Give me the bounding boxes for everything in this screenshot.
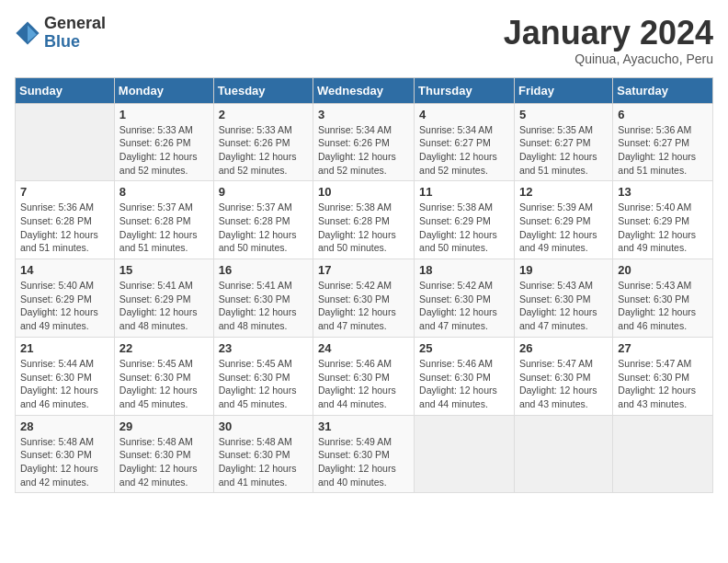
logo-blue: Blue (44, 33, 106, 52)
calendar-cell: 5Sunrise: 5:35 AM Sunset: 6:27 PM Daylig… (514, 103, 612, 181)
day-number: 10 (318, 185, 409, 199)
day-info: Sunrise: 5:44 AM Sunset: 6:30 PM Dayligh… (20, 357, 109, 411)
day-info: Sunrise: 5:34 AM Sunset: 6:26 PM Dayligh… (318, 123, 409, 178)
day-info: Sunrise: 5:36 AM Sunset: 6:27 PM Dayligh… (618, 123, 708, 178)
day-info: Sunrise: 5:49 AM Sunset: 6:30 PM Dayligh… (318, 435, 409, 489)
day-info: Sunrise: 5:38 AM Sunset: 6:28 PM Dayligh… (318, 201, 409, 255)
day-number: 25 (419, 341, 509, 355)
calendar-cell: 16Sunrise: 5:41 AM Sunset: 6:30 PM Dayli… (213, 259, 313, 338)
calendar-cell: 4Sunrise: 5:34 AM Sunset: 6:27 PM Daylig… (415, 103, 515, 181)
calendar-cell: 18Sunrise: 5:42 AM Sunset: 6:30 PM Dayli… (415, 259, 515, 338)
calendar-cell: 26Sunrise: 5:47 AM Sunset: 6:30 PM Dayli… (514, 337, 612, 415)
weekday-header: Friday (514, 77, 612, 103)
day-number: 21 (20, 341, 109, 355)
day-number: 1 (119, 108, 209, 121)
day-number: 18 (419, 263, 509, 277)
weekday-header: Tuesday (213, 77, 313, 103)
day-number: 15 (119, 263, 209, 277)
day-number: 16 (219, 263, 308, 277)
day-info: Sunrise: 5:43 AM Sunset: 6:30 PM Dayligh… (618, 279, 708, 333)
day-info: Sunrise: 5:40 AM Sunset: 6:29 PM Dayligh… (20, 279, 109, 333)
day-number: 27 (618, 341, 708, 355)
day-number: 19 (519, 263, 608, 277)
day-info: Sunrise: 5:48 AM Sunset: 6:30 PM Dayligh… (20, 435, 109, 489)
day-info: Sunrise: 5:39 AM Sunset: 6:29 PM Dayligh… (519, 201, 608, 255)
logo-text: General Blue (44, 15, 106, 52)
calendar-cell: 30Sunrise: 5:48 AM Sunset: 6:30 PM Dayli… (213, 415, 313, 493)
calendar-cell: 7Sunrise: 5:36 AM Sunset: 6:28 PM Daylig… (16, 181, 115, 259)
logo-general: General (44, 15, 106, 33)
day-info: Sunrise: 5:48 AM Sunset: 6:30 PM Dayligh… (219, 435, 308, 489)
calendar-cell (415, 415, 515, 493)
calendar-cell: 27Sunrise: 5:47 AM Sunset: 6:30 PM Dayli… (613, 337, 713, 415)
calendar-cell: 19Sunrise: 5:43 AM Sunset: 6:30 PM Dayli… (514, 259, 612, 338)
calendar-cell (16, 103, 115, 181)
day-number: 4 (419, 108, 509, 121)
day-number: 26 (519, 341, 608, 355)
calendar-cell: 28Sunrise: 5:48 AM Sunset: 6:30 PM Dayli… (16, 415, 115, 493)
calendar-week-row: 28Sunrise: 5:48 AM Sunset: 6:30 PM Dayli… (16, 415, 713, 493)
day-info: Sunrise: 5:41 AM Sunset: 6:30 PM Dayligh… (219, 279, 308, 333)
day-info: Sunrise: 5:38 AM Sunset: 6:29 PM Dayligh… (419, 201, 509, 255)
day-info: Sunrise: 5:33 AM Sunset: 6:26 PM Dayligh… (119, 123, 209, 178)
calendar-cell: 12Sunrise: 5:39 AM Sunset: 6:29 PM Dayli… (514, 181, 612, 259)
calendar-cell: 2Sunrise: 5:33 AM Sunset: 6:26 PM Daylig… (213, 103, 313, 181)
day-number: 8 (119, 185, 209, 199)
calendar-cell: 20Sunrise: 5:43 AM Sunset: 6:30 PM Dayli… (613, 259, 713, 338)
day-number: 9 (219, 185, 308, 199)
day-number: 31 (318, 419, 409, 433)
calendar-cell (613, 415, 713, 493)
calendar-cell: 1Sunrise: 5:33 AM Sunset: 6:26 PM Daylig… (114, 103, 213, 181)
day-info: Sunrise: 5:47 AM Sunset: 6:30 PM Dayligh… (618, 357, 708, 411)
day-number: 5 (519, 108, 608, 121)
logo-icon (15, 20, 40, 46)
calendar-cell: 15Sunrise: 5:41 AM Sunset: 6:29 PM Dayli… (114, 259, 213, 338)
day-number: 17 (318, 263, 409, 277)
weekday-header: Saturday (613, 77, 713, 103)
day-number: 12 (519, 185, 608, 199)
calendar-cell: 3Sunrise: 5:34 AM Sunset: 6:26 PM Daylig… (313, 103, 415, 181)
day-number: 29 (119, 419, 209, 433)
day-info: Sunrise: 5:42 AM Sunset: 6:30 PM Dayligh… (419, 279, 509, 333)
calendar-cell: 29Sunrise: 5:48 AM Sunset: 6:30 PM Dayli… (114, 415, 213, 493)
calendar-cell: 14Sunrise: 5:40 AM Sunset: 6:29 PM Dayli… (16, 259, 115, 338)
calendar-cell: 17Sunrise: 5:42 AM Sunset: 6:30 PM Dayli… (313, 259, 415, 338)
weekday-header: Wednesday (313, 77, 415, 103)
weekday-header: Thursday (415, 77, 515, 103)
day-number: 24 (318, 341, 409, 355)
calendar-cell: 22Sunrise: 5:45 AM Sunset: 6:30 PM Dayli… (114, 337, 213, 415)
calendar-cell: 11Sunrise: 5:38 AM Sunset: 6:29 PM Dayli… (415, 181, 515, 259)
day-info: Sunrise: 5:43 AM Sunset: 6:30 PM Dayligh… (519, 279, 608, 333)
day-number: 22 (119, 341, 209, 355)
day-info: Sunrise: 5:40 AM Sunset: 6:29 PM Dayligh… (618, 201, 708, 255)
day-number: 23 (219, 341, 308, 355)
day-info: Sunrise: 5:45 AM Sunset: 6:30 PM Dayligh… (119, 357, 209, 411)
calendar-week-row: 7Sunrise: 5:36 AM Sunset: 6:28 PM Daylig… (16, 181, 713, 259)
calendar-cell: 24Sunrise: 5:46 AM Sunset: 6:30 PM Dayli… (313, 337, 415, 415)
weekday-header: Sunday (16, 77, 115, 103)
calendar-cell: 13Sunrise: 5:40 AM Sunset: 6:29 PM Dayli… (613, 181, 713, 259)
weekday-header-row: SundayMondayTuesdayWednesdayThursdayFrid… (16, 77, 713, 103)
day-info: Sunrise: 5:37 AM Sunset: 6:28 PM Dayligh… (219, 201, 308, 255)
day-info: Sunrise: 5:45 AM Sunset: 6:30 PM Dayligh… (219, 357, 308, 411)
day-info: Sunrise: 5:36 AM Sunset: 6:28 PM Dayligh… (20, 201, 109, 255)
calendar-cell: 21Sunrise: 5:44 AM Sunset: 6:30 PM Dayli… (16, 337, 115, 415)
calendar-week-row: 14Sunrise: 5:40 AM Sunset: 6:29 PM Dayli… (16, 259, 713, 338)
day-number: 28 (20, 419, 109, 433)
day-number: 14 (20, 263, 109, 277)
calendar-cell: 8Sunrise: 5:37 AM Sunset: 6:28 PM Daylig… (114, 181, 213, 259)
weekday-header: Monday (114, 77, 213, 103)
calendar-cell (514, 415, 612, 493)
logo: General Blue (15, 15, 106, 52)
subtitle: Quinua, Ayacucho, Peru (504, 52, 713, 66)
calendar-week-row: 21Sunrise: 5:44 AM Sunset: 6:30 PM Dayli… (16, 337, 713, 415)
calendar-cell: 6Sunrise: 5:36 AM Sunset: 6:27 PM Daylig… (613, 103, 713, 181)
page-header: General Blue January 2024 Quinua, Ayacuc… (15, 15, 713, 66)
day-number: 2 (219, 108, 308, 121)
day-info: Sunrise: 5:42 AM Sunset: 6:30 PM Dayligh… (318, 279, 409, 333)
calendar-table: SundayMondayTuesdayWednesdayThursdayFrid… (15, 77, 713, 494)
day-info: Sunrise: 5:41 AM Sunset: 6:29 PM Dayligh… (119, 279, 209, 333)
day-number: 30 (219, 419, 308, 433)
day-info: Sunrise: 5:34 AM Sunset: 6:27 PM Dayligh… (419, 123, 509, 178)
calendar-cell: 31Sunrise: 5:49 AM Sunset: 6:30 PM Dayli… (313, 415, 415, 493)
